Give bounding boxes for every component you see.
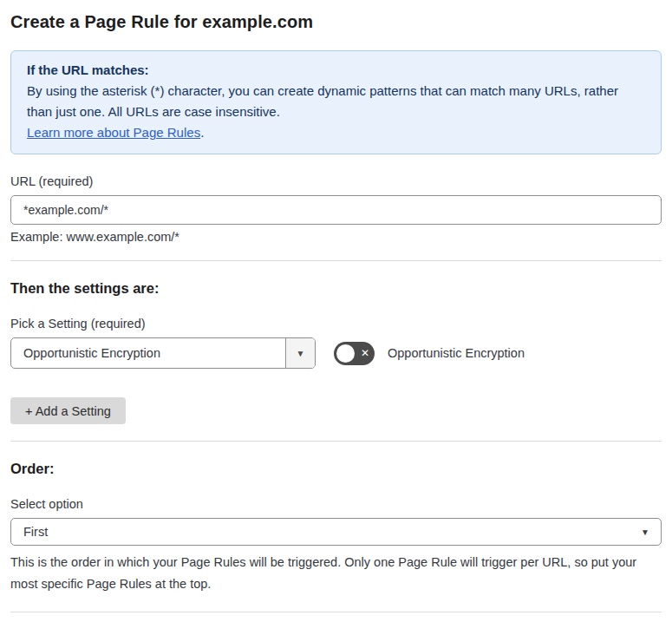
url-field-label: URL (required) <box>10 174 662 188</box>
setting-row: Opportunistic Encryption ▼ ✕ Opportunist… <box>10 337 662 369</box>
link-suffix: . <box>200 125 204 140</box>
order-select-value: First <box>23 525 48 539</box>
caret-down-icon: ▼ <box>641 527 649 537</box>
url-example-helper: Example: www.example.com/* <box>10 230 662 244</box>
order-section-heading: Order: <box>10 461 662 477</box>
url-matches-info-box: If the URL matches: By using the asteris… <box>10 50 662 154</box>
info-box-link-line: Learn more about Page Rules. <box>27 122 645 143</box>
setting-select-value: Opportunistic Encryption <box>11 338 285 368</box>
settings-section-heading: Then the settings are: <box>10 280 662 297</box>
order-select-label: Select option <box>10 497 662 511</box>
opportunistic-encryption-toggle[interactable]: ✕ <box>334 342 375 365</box>
setting-select-arrow-box[interactable]: ▼ <box>285 338 315 368</box>
url-input[interactable] <box>10 195 662 225</box>
section-divider <box>10 441 662 442</box>
caret-down-icon: ▼ <box>297 349 305 358</box>
pick-setting-label: Pick a Setting (required) <box>10 317 662 331</box>
learn-more-link[interactable]: Learn more about Page Rules <box>27 125 200 140</box>
toggle-label: Opportunistic Encryption <box>388 346 525 360</box>
info-box-heading: If the URL matches: <box>27 60 645 81</box>
add-setting-button[interactable]: + Add a Setting <box>10 397 126 424</box>
section-divider <box>10 260 662 261</box>
order-select[interactable]: First ▼ <box>10 518 662 546</box>
footer-divider <box>10 612 662 612</box>
info-box-body: By using the asterisk (*) character, you… <box>27 81 645 122</box>
toggle-knob <box>336 344 355 363</box>
page-title: Create a Page Rule for example.com <box>10 12 662 32</box>
toggle-off-x-icon: ✕ <box>361 348 369 358</box>
setting-select[interactable]: Opportunistic Encryption ▼ <box>10 337 316 369</box>
page-rule-form: Create a Page Rule for example.com If th… <box>0 0 672 622</box>
order-helper-text: This is the order in which your Page Rul… <box>10 552 662 595</box>
